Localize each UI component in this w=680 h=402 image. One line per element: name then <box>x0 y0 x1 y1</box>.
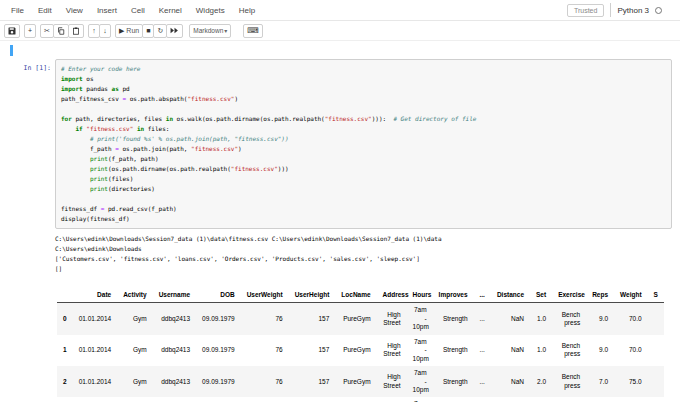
table-cell: Strength <box>433 303 474 335</box>
table-cell: 0 <box>57 303 73 335</box>
column-header: Reps <box>586 288 614 303</box>
play-icon: ▶ <box>119 27 124 34</box>
chevron-down-icon: ▾ <box>224 27 227 34</box>
toolbar-button-group: ▶Run■↻ <box>115 24 183 38</box>
table-cell: 7am - 10pm <box>407 397 433 402</box>
command-palette-button[interactable]: ⌨ <box>243 24 263 38</box>
input-prompt: In [1]: <box>0 59 55 72</box>
cell-output-stdout: C:\Users\edink\Downloads\Session7_data (… <box>0 229 680 274</box>
run-button[interactable]: ▶Run <box>115 24 143 38</box>
menu-file[interactable]: File <box>4 3 31 18</box>
table-cell: 7.0 <box>586 366 614 397</box>
toolbar-groups: +✂↑↓▶Run■↻ <box>4 24 183 38</box>
table-cell: 157 <box>289 335 336 366</box>
column-header: ... <box>474 288 491 303</box>
toolbar: +✂↑↓▶Run■↻ Markdown ▾ ⌨ <box>0 21 680 41</box>
arrow-up-icon: ↑ <box>92 27 96 34</box>
table-row: 301.01.2014Gymddbq241309.09.197976157Pur… <box>57 397 664 402</box>
table-cell: 76 <box>241 366 289 397</box>
insert-cell-below-button[interactable]: + <box>24 24 36 38</box>
code-editor[interactable]: # Enter your code here import os import … <box>55 59 672 229</box>
table-cell: PureGym <box>335 397 376 402</box>
table-cell: 2.0 <box>530 397 552 402</box>
table-cell: Bench press <box>552 397 586 402</box>
code-content: # Enter your code here import os import … <box>61 64 666 224</box>
column-header: Distance <box>491 288 530 303</box>
table-cell: PureGym <box>335 366 376 397</box>
table-cell: NaN <box>491 366 530 397</box>
table-row: 101.01.2014Gymddbq241309.09.197976157Pur… <box>57 335 664 366</box>
column-header: Exercise <box>552 288 586 303</box>
table-cell: 09.09.1979 <box>196 335 241 366</box>
table-cell: 1.0 <box>530 335 552 366</box>
column-header: Activity <box>117 288 152 303</box>
table-cell: NaN <box>491 303 530 335</box>
table-cell: Gym <box>117 366 152 397</box>
menu-widgets[interactable]: Widgets <box>189 3 232 18</box>
menu-help[interactable]: Help <box>232 3 262 18</box>
table-cell: 75.0 <box>614 397 648 402</box>
table-cell: 09.09.1979 <box>196 303 241 335</box>
table-cell: ... <box>474 335 491 366</box>
table-cell: ... <box>474 303 491 335</box>
restart-icon: ↻ <box>157 27 163 34</box>
table-cell: 70.0 <box>614 303 648 335</box>
arrow-down-icon: ↓ <box>103 27 107 34</box>
table-cell: High Street <box>377 366 407 397</box>
restart-run-all-button[interactable] <box>166 24 183 38</box>
move-cell-down-button[interactable]: ↓ <box>99 24 111 38</box>
table-cell: ddbq2413 <box>153 303 196 335</box>
copy-cells-button[interactable] <box>53 24 69 38</box>
table-cell <box>648 366 664 397</box>
table-cell: ddbq2413 <box>153 397 196 402</box>
table-cell: 01.01.2014 <box>73 335 118 366</box>
table-cell: 9.0 <box>586 335 614 366</box>
table-cell: Gym <box>117 335 152 366</box>
table-row: 201.01.2014Gymddbq241309.09.197976157Pur… <box>57 366 664 397</box>
table-cell: Gym <box>117 303 152 335</box>
menu-cell[interactable]: Cell <box>124 3 152 18</box>
table-cell: 2.0 <box>530 366 552 397</box>
table-cell: 7am - 10pm <box>407 335 433 366</box>
output-prompt-spacer <box>0 229 55 274</box>
run-button-label: Run <box>126 27 139 34</box>
table-cell: 157 <box>289 366 336 397</box>
table-cell: 157 <box>289 303 336 335</box>
stop-icon: ■ <box>146 27 150 34</box>
table-cell: PureGym <box>335 335 376 366</box>
notebook-area: In [1]: # Enter your code here import os… <box>0 41 680 402</box>
table-cell: Strength <box>433 397 474 402</box>
menu-view[interactable]: View <box>59 3 90 18</box>
column-header: S <box>648 288 664 303</box>
menu-kernel[interactable]: Kernel <box>152 3 189 18</box>
code-cell: In [1]: # Enter your code here import os… <box>0 59 680 229</box>
table-cell: High Street <box>377 397 407 402</box>
selected-markdown-cell-partial[interactable] <box>10 45 672 56</box>
toolbar-button-group: ✂ <box>40 24 84 38</box>
table-cell: 3 <box>57 397 73 402</box>
menu-insert[interactable]: Insert <box>90 3 124 18</box>
save-button[interactable] <box>4 24 20 38</box>
table-cell: 2 <box>57 366 73 397</box>
cell-type-dropdown[interactable]: Markdown ▾ <box>189 24 231 38</box>
table-cell: 09.09.1979 <box>196 366 241 397</box>
table-cell: 01.01.2014 <box>73 366 118 397</box>
table-cell: Bench press <box>552 335 586 366</box>
toolbar-button-group: + <box>24 24 36 38</box>
kernel-idle-icon <box>655 7 662 14</box>
trusted-badge[interactable]: Trusted <box>567 4 604 17</box>
table-cell: Strength <box>433 335 474 366</box>
menu-edit[interactable]: Edit <box>31 3 59 18</box>
paste-cells-button[interactable] <box>68 24 84 38</box>
table-row: 001.01.2014Gymddbq241309.09.197976157Pur… <box>57 303 664 335</box>
table-cell: 01.01.2014 <box>73 397 118 402</box>
dataframe-output: DateActivityUsernameDOBUserWeightUserHei… <box>57 288 680 402</box>
menu-items: FileEditViewInsertCellKernelWidgetsHelp <box>4 3 262 18</box>
table-cell: 70.0 <box>614 335 648 366</box>
table-cell: Gym <box>117 397 152 402</box>
table-cell: ddbq2413 <box>153 366 196 397</box>
column-header: DOB <box>196 288 241 303</box>
cut-cells-button[interactable]: ✂ <box>40 24 54 38</box>
restart-kernel-button[interactable]: ↻ <box>153 24 167 38</box>
table-cell: 09.09.1979 <box>196 397 241 402</box>
